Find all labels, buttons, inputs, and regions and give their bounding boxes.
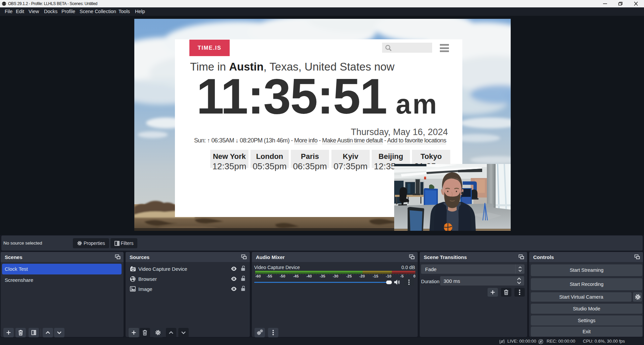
svg-text:-45: -45	[293, 274, 299, 278]
svg-text:-20: -20	[359, 274, 365, 278]
svg-text:-10: -10	[386, 274, 392, 278]
svg-text:-15: -15	[373, 274, 378, 278]
svg-text:-25: -25	[346, 274, 352, 278]
svg-text:-35: -35	[320, 274, 325, 278]
svg-text:-50: -50	[280, 274, 285, 278]
svg-text:0: 0	[413, 274, 415, 278]
svg-text:-5: -5	[400, 274, 404, 278]
svg-text:-55: -55	[267, 274, 272, 278]
svg-text:-30: -30	[333, 274, 338, 278]
svg-text:-60: -60	[255, 274, 261, 278]
svg-text:-40: -40	[306, 274, 312, 278]
